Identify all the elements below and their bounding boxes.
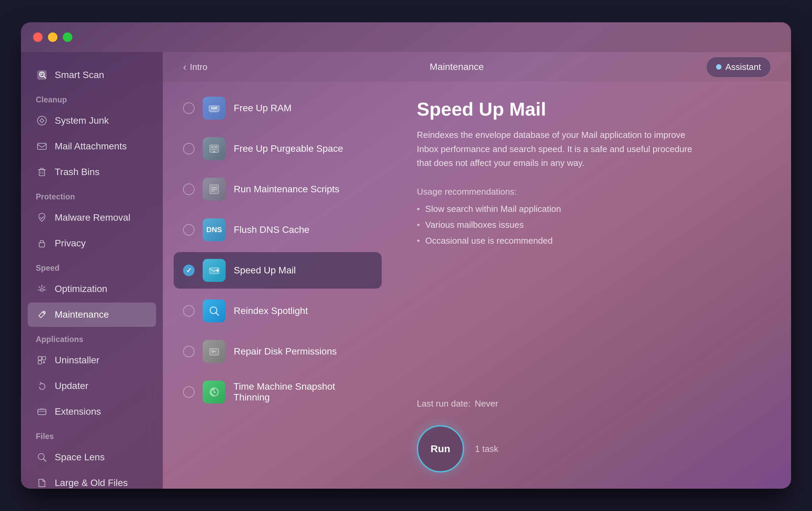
svg-rect-11 — [39, 243, 45, 247]
disk-icon — [203, 340, 226, 363]
usage-item-2: Various mailboxes issues — [417, 220, 767, 230]
task-item-reindex-spotlight[interactable]: Reindex Spotlight — [174, 293, 382, 329]
task-label-flush-dns-cache: Flush DNS Cache — [234, 224, 309, 235]
nav-back[interactable]: ‹ Intro — [183, 61, 207, 73]
svg-line-52 — [216, 313, 219, 315]
sidebar-item-trash-bins[interactable]: Trash Bins — [28, 160, 156, 184]
malware-removal-label: Malware Removal — [55, 212, 130, 223]
extensions-label: Extensions — [55, 406, 101, 417]
svg-line-29 — [44, 459, 46, 461]
section-files: Files — [28, 425, 156, 444]
trash-bins-icon — [36, 166, 48, 178]
task-label-free-up-ram: Free Up RAM — [234, 103, 291, 114]
sidebar-item-updater[interactable]: Updater — [28, 374, 156, 398]
mail-icon — [203, 259, 226, 282]
sidebar-item-system-junk[interactable]: System Junk — [28, 108, 156, 133]
usage-item-3: Occasional use is recommended — [417, 236, 767, 246]
detail-description: Reindexes the envelope database of your … — [417, 128, 707, 170]
maximize-button[interactable] — [63, 32, 72, 42]
section-cleanup: Cleanup — [28, 89, 156, 107]
svg-rect-43 — [211, 146, 214, 148]
mail-attachments-label: Mail Attachments — [55, 141, 127, 152]
svg-point-18 — [43, 311, 45, 313]
task-item-time-machine[interactable]: Time Machine Snapshot Thinning — [174, 374, 382, 410]
ram-icon: RAM — [203, 97, 226, 120]
svg-rect-19 — [38, 357, 42, 360]
traffic-lights — [33, 32, 72, 42]
optimization-label: Optimization — [55, 284, 107, 294]
task-item-run-maintenance-scripts[interactable]: Run Maintenance Scripts — [174, 171, 382, 208]
svg-rect-24 — [38, 409, 46, 415]
task-radio-reindex-spotlight[interactable] — [183, 305, 195, 317]
tasks-count: 1 task — [475, 444, 498, 454]
updater-label: Updater — [55, 381, 88, 391]
maintenance-label: Maintenance — [55, 309, 109, 320]
task-radio-run-maintenance-scripts[interactable] — [183, 184, 195, 195]
svg-rect-7 — [39, 170, 45, 176]
sidebar-item-privacy[interactable]: Privacy — [28, 231, 156, 256]
optimization-icon — [36, 283, 48, 295]
task-item-free-up-purgeable[interactable]: Free Up Purgeable Space — [174, 130, 382, 167]
back-chevron-icon: ‹ — [183, 61, 186, 73]
detail-title: Speed Up Mail — [417, 98, 767, 120]
sidebar-item-space-lens[interactable]: Space Lens — [28, 445, 156, 469]
sidebar-item-smart-scan[interactable]: Smart Scan — [28, 63, 156, 87]
sidebar-item-uninstaller[interactable]: Uninstaller — [28, 348, 156, 372]
mail-attachments-icon — [36, 140, 48, 152]
task-radio-speed-up-mail[interactable] — [183, 265, 195, 276]
assistant-label: Assistant — [726, 62, 761, 72]
assistant-button[interactable]: Assistant — [706, 57, 771, 77]
spotlight-icon — [203, 299, 226, 322]
detail-panel: Speed Up Mail Reindexes the envelope dat… — [392, 82, 791, 489]
task-radio-free-up-purgeable[interactable] — [183, 143, 195, 154]
task-radio-time-machine[interactable] — [183, 386, 195, 398]
scripts-icon — [203, 178, 226, 201]
sidebar-item-extensions[interactable]: Extensions — [28, 399, 156, 424]
svg-line-14 — [44, 287, 45, 288]
app-window: Smart Scan Cleanup System Junk — [21, 22, 791, 489]
content-area: Smart Scan Cleanup System Junk — [21, 52, 791, 489]
task-label-reindex-spotlight: Reindex Spotlight — [234, 306, 308, 316]
close-button[interactable] — [33, 32, 43, 42]
task-item-speed-up-mail[interactable]: Speed Up Mail — [174, 252, 382, 289]
run-footer: Run 1 task — [417, 425, 767, 472]
usage-item-1: Slow search within Mail application — [417, 204, 767, 214]
task-radio-free-up-ram[interactable] — [183, 102, 195, 114]
svg-point-17 — [41, 289, 43, 291]
task-label-repair-disk-permissions: Repair Disk Permissions — [234, 346, 337, 357]
sidebar: Smart Scan Cleanup System Junk — [21, 52, 163, 489]
assistant-dot-icon — [716, 64, 721, 70]
last-run-label: Last run date: — [417, 398, 471, 409]
main-header: ‹ Intro Maintenance Assistant — [163, 52, 791, 82]
task-item-flush-dns-cache[interactable]: DNS Flush DNS Cache — [174, 212, 382, 248]
space-lens-icon — [36, 451, 48, 463]
privacy-icon — [36, 237, 48, 249]
minimize-button[interactable] — [48, 32, 57, 42]
space-lens-label: Space Lens — [55, 452, 105, 463]
task-radio-repair-disk-permissions[interactable] — [183, 346, 195, 357]
last-run-value: Never — [475, 398, 498, 409]
system-junk-label: System Junk — [55, 115, 109, 126]
sidebar-item-large-old-files[interactable]: Large & Old Files — [28, 471, 156, 489]
maintenance-icon — [36, 309, 48, 321]
trash-bins-label: Trash Bins — [55, 167, 100, 177]
run-button[interactable]: Run — [417, 425, 464, 472]
section-speed: Speed — [28, 257, 156, 275]
section-applications: Applications — [28, 328, 156, 347]
svg-rect-45 — [211, 149, 217, 150]
titlebar — [21, 22, 791, 52]
sidebar-item-mail-attachments[interactable]: Mail Attachments — [28, 134, 156, 159]
task-list: RAM Free Up RAM — [163, 82, 392, 489]
main-body: RAM Free Up RAM — [163, 82, 791, 489]
task-radio-flush-dns-cache[interactable] — [183, 224, 195, 236]
sidebar-item-malware-removal[interactable]: Malware Removal — [28, 205, 156, 230]
updater-icon — [36, 380, 48, 392]
purgeable-icon — [203, 137, 226, 160]
sidebar-item-optimization[interactable]: Optimization — [28, 277, 156, 301]
section-protection: Protection — [28, 186, 156, 204]
task-item-repair-disk-permissions[interactable]: Repair Disk Permissions — [174, 333, 382, 370]
uninstaller-label: Uninstaller — [55, 355, 99, 366]
task-item-free-up-ram[interactable]: RAM Free Up RAM — [174, 90, 382, 126]
sidebar-item-maintenance[interactable]: Maintenance — [28, 302, 156, 327]
svg-point-5 — [37, 116, 46, 125]
